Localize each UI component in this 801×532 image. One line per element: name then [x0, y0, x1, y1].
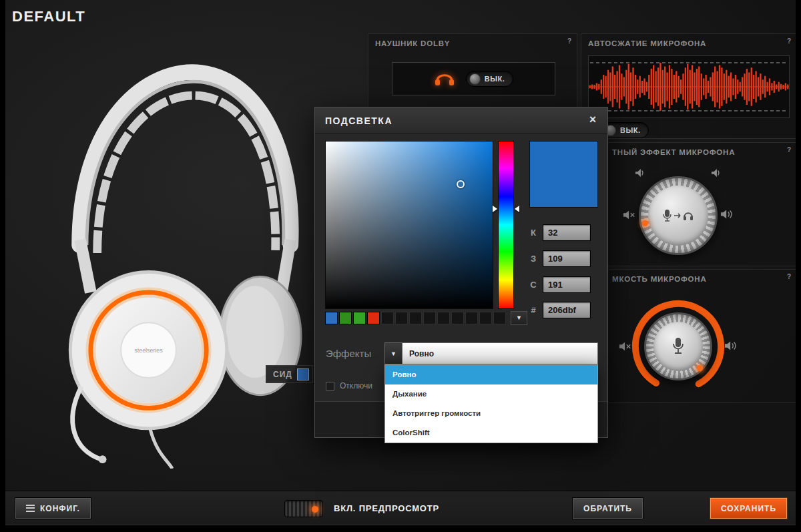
preview-toggle[interactable] [284, 500, 323, 517]
config-button[interactable]: КОНФИГ. [15, 497, 91, 519]
blue-field-row: С 191 [529, 276, 591, 293]
footer-bar: КОНФИГ. ВКЛ. ПРЕДПРОСМОТР ОБРАТИТЬ СОХРА… [5, 491, 796, 525]
effect-dropdown-value: Ровно [403, 343, 597, 364]
speaker-loud-icon[interactable] [724, 340, 739, 352]
saturation-value-picker[interactable] [325, 141, 493, 309]
revert-button-label: ОБРАТИТЬ [583, 504, 632, 513]
effects-label: Эффекты [326, 348, 371, 359]
panel-comp-title: АВТОСЖАТИЕ МИКРОФОНА [581, 34, 796, 53]
palette-swatch-empty[interactable] [451, 312, 464, 324]
red-input[interactable]: 32 [543, 224, 591, 241]
palette-swatch[interactable] [367, 312, 380, 324]
backlight-dialog: ПОДСВЕТКА × К 32 З 109 С 191 [314, 107, 608, 438]
toggle-on-dot [312, 506, 318, 513]
disable-backlight-label: Отключи [340, 381, 372, 390]
blue-label: С [529, 280, 537, 290]
mic-effect-knob[interactable] [628, 166, 728, 266]
led-zone-tag[interactable]: СИД [266, 365, 313, 383]
dolby-toggle-label: ВЫК. [485, 75, 505, 83]
close-icon[interactable]: × [585, 113, 601, 127]
dropdown-option[interactable]: Автотриггер громкости [385, 404, 597, 423]
dolby-toggle-box: ВЫК. [392, 62, 555, 95]
knob-ring [639, 176, 718, 255]
sidetone-mic-to-headphone-icon [663, 208, 694, 223]
knob-indicator-dot [642, 220, 648, 226]
revert-button[interactable]: ОБРАТИТЬ [572, 497, 643, 519]
palette-swatch-empty[interactable] [395, 312, 408, 324]
svg-text:steelseries: steelseries [134, 347, 163, 354]
mic-waveform [588, 55, 790, 118]
help-icon[interactable]: ? [567, 37, 571, 45]
save-button-label: СОХРАНИТЬ [721, 504, 776, 513]
dialog-header: ПОДСВЕТКА [315, 107, 607, 134]
app-window: DEFAULT steelseries [0, 0, 801, 532]
help-icon[interactable]: ? [787, 37, 791, 45]
list-icon [26, 505, 35, 512]
palette-swatch[interactable] [325, 312, 338, 324]
help-icon[interactable]: ? [787, 273, 791, 280]
help-icon[interactable]: ? [787, 146, 791, 154]
hex-field-row: # 206dbf [529, 302, 591, 318]
speaker-mute-icon[interactable] [623, 210, 636, 220]
toggle-knob [469, 73, 481, 85]
palette-swatch-empty[interactable] [409, 312, 422, 324]
compression-toggle-label: ВЫК. [620, 126, 640, 134]
palette-swatch-empty[interactable] [493, 312, 506, 324]
palette-swatch-empty[interactable] [437, 312, 450, 324]
knob-face [648, 186, 708, 246]
mic-volume-knob[interactable] [628, 296, 728, 396]
knob-face [653, 322, 703, 371]
led-color-chip[interactable] [297, 368, 309, 380]
palette-more-button[interactable]: ▼ [511, 311, 527, 325]
disable-backlight-row: Отключи [326, 381, 372, 390]
panel-effect-title: ТНЫЙ ЭФФЕКТ МИКРОФОНА [581, 143, 796, 162]
green-field-row: З 109 [529, 250, 591, 267]
disable-backlight-checkbox[interactable] [326, 382, 334, 390]
green-input[interactable]: 109 [543, 250, 591, 267]
dropdown-option[interactable]: Ровно [385, 365, 597, 384]
panel-mic-compression: АВТОСЖАТИЕ МИКРОФОНА ? ВЫК. [581, 33, 796, 139]
effect-dropdown[interactable]: ▼ Ровно [384, 342, 598, 364]
selected-color-swatch [529, 141, 598, 208]
speaker-mute-icon[interactable] [619, 341, 632, 352]
palette-swatch[interactable] [353, 312, 366, 324]
blue-input[interactable]: 191 [543, 276, 591, 293]
effect-dropdown-list: РовноДыханиеАвтотриггер громкостиColorSh… [384, 364, 598, 443]
palette-row [325, 312, 506, 324]
chevron-down-icon: ▼ [516, 314, 522, 321]
palette-swatch[interactable] [339, 312, 352, 324]
panel-mic-volume: МКОСТЬ МИКРОФОНА ? [581, 269, 796, 403]
led-zone-label: СИД [273, 370, 292, 379]
red-field-row: К 32 [529, 224, 591, 241]
panel-volume-title: МКОСТЬ МИКРОФОНА [581, 270, 796, 288]
headset-image: steelseries [15, 28, 328, 469]
speaker-top-right-icon[interactable] [711, 168, 722, 178]
hue-arrow-left-icon [493, 206, 497, 212]
headphone-icon [434, 70, 455, 87]
hex-label: # [529, 305, 537, 315]
speaker-top-left-icon[interactable] [635, 168, 645, 178]
profile-title: DEFAULT [12, 8, 85, 25]
palette-swatch-empty[interactable] [381, 312, 394, 324]
knob-ring [644, 312, 712, 380]
hex-input[interactable]: 206dbf [543, 302, 591, 318]
color-cursor[interactable] [457, 180, 465, 188]
dropdown-arrow-icon[interactable]: ▼ [385, 343, 403, 364]
palette-swatch-empty[interactable] [465, 312, 478, 324]
microphone-icon [672, 336, 685, 356]
dropdown-option[interactable]: ColorShift [385, 423, 597, 443]
panel-mic-effect: ТНЫЙ ЭФФЕКТ МИКРОФОНА ? [581, 142, 796, 266]
hue-slider[interactable] [498, 141, 514, 309]
app-background: DEFAULT steelseries [5, 0, 796, 525]
red-label: К [529, 228, 537, 238]
dropdown-option[interactable]: Дыхание [385, 384, 597, 404]
save-button[interactable]: СОХРАНИТЬ [710, 497, 788, 519]
compression-toggle[interactable]: ВЫК. [601, 122, 649, 138]
knob-indicator-dot [697, 365, 703, 371]
dolby-toggle[interactable]: ВЫК. [466, 71, 513, 87]
green-label: З [529, 254, 537, 264]
palette-swatch-empty[interactable] [423, 312, 436, 324]
speaker-loud-icon[interactable] [720, 208, 735, 220]
panel-dolby-title: НАУШНИК DOLBY [368, 34, 577, 53]
palette-swatch-empty[interactable] [479, 312, 492, 324]
